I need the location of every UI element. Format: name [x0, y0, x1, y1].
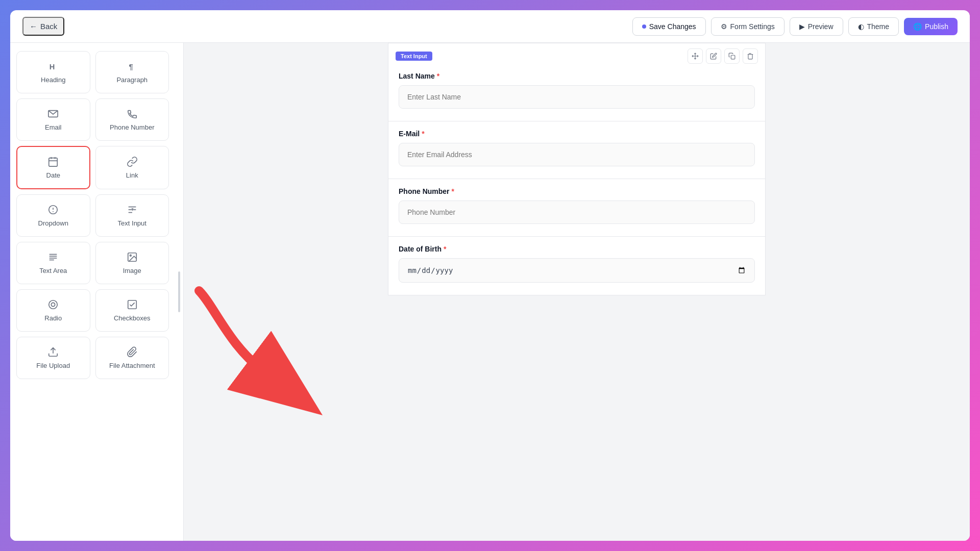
sidebar-item-checkboxes[interactable]: Checkboxes [95, 289, 169, 332]
preview-button[interactable]: ▶ Preview [790, 17, 843, 36]
email-icon [47, 108, 59, 119]
required-indicator: * [437, 72, 439, 80]
last-name-block: Text Input [388, 43, 766, 121]
sidebar-item-text-area[interactable]: Text Area [16, 242, 90, 284]
sidebar-item-file-attachment[interactable]: File Attachment [95, 337, 169, 379]
svg-rect-26 [731, 55, 735, 59]
sidebar-item-label: Radio [44, 314, 62, 322]
theme-icon: ◐ [858, 22, 864, 31]
sidebar: H Heading ¶ Paragraph Email [10, 43, 184, 541]
radio-icon [47, 299, 59, 310]
dropdown-icon [47, 204, 59, 215]
publish-label: Publish [925, 22, 948, 31]
sidebar-item-label: Dropdown [38, 219, 68, 227]
email-content: E-Mail * [388, 121, 765, 179]
form-settings-icon: ⚙ [721, 22, 727, 31]
sidebar-item-label: Date [46, 171, 60, 179]
block-header: Text Input [388, 43, 765, 64]
svg-text:H: H [50, 63, 55, 71]
sidebar-item-label: Text Area [39, 267, 67, 274]
sidebar-item-label: Checkboxes [114, 314, 151, 322]
paragraph-icon: ¶ [127, 61, 138, 72]
delete-button[interactable] [743, 48, 758, 64]
sidebar-item-heading[interactable]: H Heading [16, 51, 90, 93]
image-icon [127, 252, 138, 263]
preview-label: Preview [808, 22, 834, 31]
sidebar-item-label: File Upload [36, 362, 70, 369]
sidebar-item-radio[interactable]: Radio [16, 289, 90, 332]
svg-point-19 [130, 255, 131, 256]
last-name-input[interactable] [399, 85, 755, 109]
back-arrow-icon: ← [30, 22, 37, 31]
form-settings-button[interactable]: ⚙ Form Settings [711, 17, 785, 36]
topbar-left: ← Back [22, 17, 64, 36]
sidebar-item-link[interactable]: Link [95, 146, 169, 189]
svg-text:¶: ¶ [129, 63, 133, 71]
sidebar-item-label: Email [45, 123, 62, 131]
required-indicator: * [422, 130, 424, 138]
file-upload-icon [47, 346, 59, 358]
date-icon [47, 156, 59, 167]
edit-button[interactable] [706, 48, 721, 64]
required-indicator: * [452, 187, 454, 195]
sidebar-item-paragraph[interactable]: ¶ Paragraph [95, 51, 169, 93]
theme-label: Theme [867, 22, 890, 31]
email-input[interactable] [399, 143, 755, 166]
phone-label: Phone Number * [399, 187, 755, 195]
phone-input[interactable] [399, 201, 755, 224]
back-label: Back [40, 22, 57, 31]
theme-button[interactable]: ◐ Theme [848, 17, 899, 36]
form-area: Text Input [184, 43, 970, 541]
topbar-right: Save Changes ⚙ Form Settings ▶ Preview ◐… [632, 17, 958, 36]
dob-content: Date of Birth * [388, 237, 765, 295]
sidebar-item-label: Paragraph [116, 76, 148, 84]
copy-icon [728, 53, 736, 60]
link-icon [127, 156, 138, 167]
sidebar-item-label: Link [126, 171, 138, 179]
email-block: E-Mail * [388, 121, 766, 179]
sidebar-grid: H Heading ¶ Paragraph Email [16, 51, 177, 379]
sidebar-item-image[interactable]: Image [95, 242, 169, 284]
required-indicator: * [444, 245, 446, 253]
content-area: H Heading ¶ Paragraph Email [10, 43, 970, 541]
copy-button[interactable] [724, 48, 740, 64]
publish-button[interactable]: 🌐 Publish [904, 18, 958, 35]
sidebar-item-file-upload[interactable]: File Upload [16, 337, 90, 379]
svg-point-20 [49, 300, 58, 309]
sidebar-item-label: File Attachment [109, 362, 155, 369]
sidebar-item-email[interactable]: Email [16, 98, 90, 141]
delete-icon [747, 53, 754, 60]
dob-label: Date of Birth * [399, 245, 755, 253]
svg-rect-3 [49, 158, 58, 167]
form-settings-label: Form Settings [730, 22, 775, 31]
topbar: ← Back Save Changes ⚙ Form Settings ▶ Pr… [10, 10, 970, 43]
heading-icon: H [47, 61, 59, 72]
edit-icon [710, 53, 717, 60]
sidebar-item-date[interactable]: Date [16, 146, 90, 189]
publish-icon: 🌐 [913, 22, 922, 31]
save-changes-button[interactable]: Save Changes [632, 17, 706, 36]
checkboxes-icon [127, 299, 138, 310]
dob-block: Date of Birth * [388, 237, 766, 295]
last-name-content: Last Name * [388, 64, 765, 121]
phone-block: Phone Number * [388, 179, 766, 237]
move-button[interactable] [688, 48, 703, 64]
scroll-indicator [178, 271, 180, 312]
form-canvas: Text Input [388, 43, 766, 541]
sidebar-item-text-input[interactable]: T Text Input [95, 194, 169, 237]
sidebar-item-label: Image [123, 267, 141, 274]
back-button[interactable]: ← Back [22, 17, 64, 36]
sidebar-item-label: Text Input [118, 219, 146, 227]
text-input-icon: T [127, 204, 138, 215]
last-name-label: Last Name * [399, 72, 755, 80]
dob-input[interactable] [399, 258, 755, 283]
save-changes-label: Save Changes [649, 22, 696, 31]
sidebar-item-phone-number[interactable]: Phone Number [95, 98, 169, 141]
sidebar-item-label: Heading [41, 76, 65, 84]
sidebar-item-label: Phone Number [110, 123, 154, 131]
block-actions [688, 48, 758, 64]
svg-text:T: T [131, 207, 134, 212]
email-label: E-Mail * [399, 130, 755, 138]
svg-point-9 [53, 211, 54, 212]
sidebar-item-dropdown[interactable]: Dropdown [16, 194, 90, 237]
